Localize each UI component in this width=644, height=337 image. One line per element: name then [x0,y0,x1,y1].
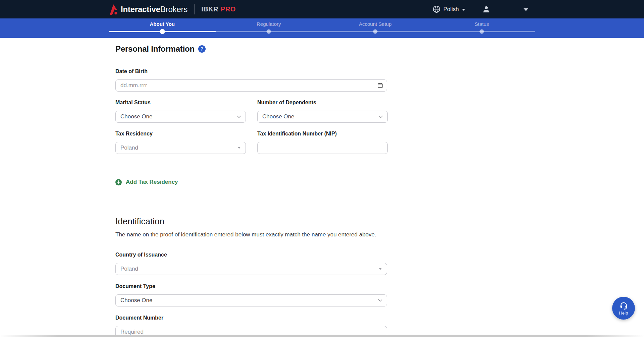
dob-input[interactable] [115,79,387,92]
interactive-brokers-logo[interactable]: InteractiveBrokers [109,4,187,15]
dependents-value: Choose One [262,113,294,120]
document-type-value: Choose One [120,297,152,304]
step-dot [373,30,377,34]
caret-down-icon [462,9,465,11]
marital-status-value: Choose One [120,113,152,120]
dependents-select[interactable]: Choose One [257,111,388,123]
section-divider [109,204,393,204]
top-header: InteractiveBrokers IBKRPRO Polish [0,0,644,18]
calendar-icon[interactable] [377,82,383,89]
caret-down-icon [238,147,240,149]
step-dot-active [160,29,165,34]
document-number-label: Document Number [115,315,387,321]
help-button[interactable]: Help [612,297,635,320]
marital-status-select[interactable]: Choose One [115,111,246,123]
language-selector[interactable]: Polish [433,5,465,13]
nip-label: Tax Identification Number (NIP) [257,131,388,137]
document-type-label: Document Type [115,283,387,289]
globe-icon [433,5,440,13]
product-tier: PRO [221,5,236,13]
country-of-issuance-select[interactable]: Poland [115,263,387,275]
step-regulatory[interactable]: Regulatory [216,21,322,27]
user-icon [482,5,491,14]
flame-logo-icon [109,4,118,15]
header-divider [194,4,195,14]
product-badge: IBKRPRO [201,5,236,13]
dependents-label: Number of Dependents [257,100,388,106]
language-label: Polish [443,6,459,13]
help-question-icon[interactable]: ? [198,45,206,53]
caret-down-icon [524,8,528,11]
brand-name: InteractiveBrokers [121,5,187,14]
step-dot [480,30,484,34]
tax-residency-label: Tax Residency [115,131,246,137]
page-title: Personal Information [115,44,195,54]
step-about-you[interactable]: About You [109,21,216,27]
plus-icon [115,179,122,185]
section-personal-information: Personal Information ? [115,44,387,54]
step-status[interactable]: Status [429,21,535,27]
bottom-shadow-band [0,335,644,337]
progress-stepper: About You Regulatory Account Setup Statu… [0,18,644,38]
chevron-down-icon [378,299,382,302]
step-account-setup[interactable]: Account Setup [322,21,429,27]
add-tax-residency-button[interactable]: Add Tax Residency [115,179,387,185]
dob-label: Date of Birth [115,68,387,74]
tax-residency-select[interactable]: Poland [115,142,246,154]
chevron-down-icon [379,115,383,118]
caret-down-icon [379,268,382,270]
user-menu-button[interactable] [482,5,491,14]
product-name: IBKR [201,5,218,13]
tax-residency-value: Poland [120,145,138,151]
help-label: Help [619,311,628,316]
section-identification-title: Identification [115,216,387,227]
step-dot [267,30,271,34]
progress-track [109,31,535,32]
nip-input[interactable] [257,142,388,154]
identification-subtitle: The name on the proof of identification … [115,231,387,238]
account-dropdown-button[interactable] [524,6,528,12]
country-of-issuance-label: Country of Issuance [115,252,387,258]
headset-icon [619,301,628,310]
chevron-down-icon [237,115,241,118]
document-type-select[interactable]: Choose One [115,294,387,306]
country-of-issuance-value: Poland [120,266,138,272]
marital-status-label: Marital Status [115,100,246,106]
add-tax-residency-label: Add Tax Residency [126,179,178,185]
